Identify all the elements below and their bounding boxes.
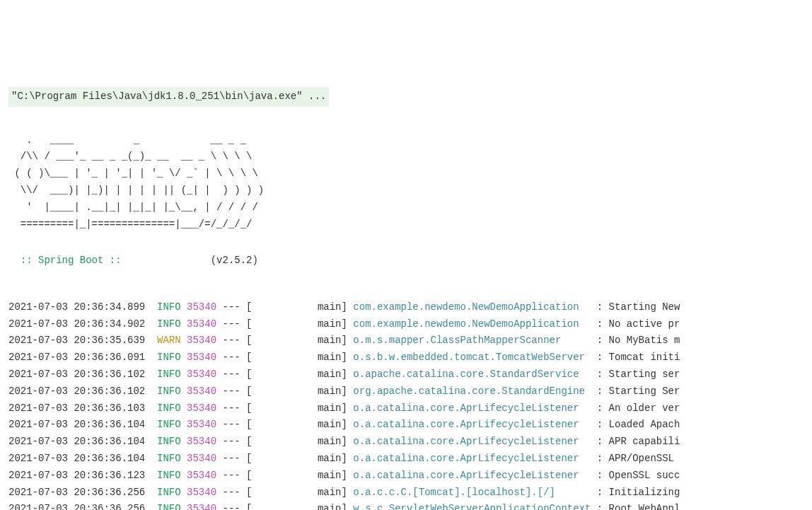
log-message: APR/OpenSSL xyxy=(609,453,680,464)
banner-line: /\\ / ___'_ __ _ _(_)_ __ __ _ \ \ \ \ xyxy=(8,151,252,162)
log-level: INFO xyxy=(157,503,181,510)
log-colon: : xyxy=(591,503,608,510)
spring-boot-version: (v2.5.2) xyxy=(211,255,258,266)
log-message: An older ver xyxy=(609,402,680,414)
log-separator: --- [ xyxy=(216,369,252,380)
log-message: Starting New xyxy=(609,301,680,313)
spring-boot-banner: . ____ _ __ _ _ /\\ / ___'_ __ _ _(_)_ _… xyxy=(8,132,812,233)
log-logger: com.example.newdemo.NewDemoApplication xyxy=(353,318,591,330)
log-line: 2021-07-03 20:36:36.102 INFO 35340 --- [… xyxy=(8,366,812,383)
log-timestamp: 2021-07-03 20:36:36.102 xyxy=(8,386,145,397)
log-logger: o.a.catalina.core.AprLifecycleListener xyxy=(353,436,591,447)
log-logger: o.apache.catalina.core.StandardService xyxy=(353,369,591,380)
log-thread: main] xyxy=(253,402,354,414)
log-separator: --- [ xyxy=(216,487,252,498)
log-colon: : xyxy=(591,318,608,330)
log-pid: 35340 xyxy=(187,470,216,481)
log-colon: : xyxy=(591,419,608,430)
log-logger: o.a.catalina.core.AprLifecycleListener xyxy=(353,402,591,414)
log-line: 2021-07-03 20:36:35.639 WARN 35340 --- [… xyxy=(8,332,812,349)
log-separator: --- [ xyxy=(216,335,252,346)
log-message: No active pr xyxy=(609,318,680,330)
log-thread: main] xyxy=(253,453,354,464)
log-timestamp: 2021-07-03 20:36:36.104 xyxy=(8,419,145,430)
log-level: INFO xyxy=(157,402,181,414)
spring-boot-version-line: :: Spring Boot :: (v2.5.2) xyxy=(8,253,812,270)
log-timestamp: 2021-07-03 20:36:36.104 xyxy=(8,436,145,447)
log-line: 2021-07-03 20:36:36.104 INFO 35340 --- [… xyxy=(8,434,812,451)
log-pid: 35340 xyxy=(187,402,216,414)
log-logger: o.m.s.mapper.ClassPathMapperScanner xyxy=(353,335,591,346)
log-message: Initializing xyxy=(609,487,680,498)
version-padding xyxy=(122,255,211,266)
console-output[interactable]: "C:\Program Files\Java\jdk1.8.0_251\bin\… xyxy=(0,67,812,510)
log-level: INFO xyxy=(157,453,181,464)
log-message: No MyBatis m xyxy=(609,335,680,346)
log-line: 2021-07-03 20:36:36.102 INFO 35340 --- [… xyxy=(8,383,812,400)
log-pid: 35340 xyxy=(187,453,216,464)
log-separator: --- [ xyxy=(216,301,252,313)
log-message: Starting Ser xyxy=(609,386,680,397)
log-timestamp: 2021-07-03 20:36:36.256 xyxy=(8,503,145,510)
log-colon: : xyxy=(591,352,608,363)
log-colon: : xyxy=(591,301,608,313)
log-message: OpenSSL succ xyxy=(609,470,680,481)
banner-line: ' |____| .__|_| |_|_| |_\__, | / / / / xyxy=(8,202,258,213)
log-pid: 35340 xyxy=(187,369,216,380)
log-separator: --- [ xyxy=(216,436,252,447)
log-level: INFO xyxy=(157,386,181,397)
log-thread: main] xyxy=(253,419,354,430)
log-thread: main] xyxy=(253,487,354,498)
log-pid: 35340 xyxy=(187,436,216,447)
log-line: 2021-07-03 20:36:36.123 INFO 35340 --- [… xyxy=(8,468,812,485)
log-pid: 35340 xyxy=(187,352,216,363)
log-thread: main] xyxy=(253,301,354,313)
log-logger: o.a.catalina.core.AprLifecycleListener xyxy=(353,419,591,430)
log-logger: o.a.catalina.core.AprLifecycleListener xyxy=(353,453,591,464)
log-timestamp: 2021-07-03 20:36:36.103 xyxy=(8,402,145,414)
log-message: Tomcat initi xyxy=(609,352,680,363)
log-colon: : xyxy=(591,335,608,346)
log-pid: 35340 xyxy=(187,386,216,397)
log-thread: main] xyxy=(253,503,354,510)
log-logger: o.s.b.w.embedded.tomcat.TomcatWebServer xyxy=(353,352,591,363)
log-colon: : xyxy=(591,369,608,380)
log-level: INFO xyxy=(157,369,181,380)
log-level: INFO xyxy=(157,352,181,363)
log-separator: --- [ xyxy=(216,386,252,397)
log-line: 2021-07-03 20:36:36.256 INFO 35340 --- [… xyxy=(8,485,812,502)
log-level: INFO xyxy=(157,487,181,498)
log-line: 2021-07-03 20:36:34.899 INFO 35340 --- [… xyxy=(8,299,812,316)
log-line: 2021-07-03 20:36:36.256 INFO 35340 --- [… xyxy=(8,501,812,510)
log-pid: 35340 xyxy=(187,301,216,313)
log-timestamp: 2021-07-03 20:36:36.123 xyxy=(8,470,145,481)
log-pid: 35340 xyxy=(187,503,216,510)
log-message: Starting ser xyxy=(609,369,680,380)
log-level: WARN xyxy=(157,335,181,346)
log-level: INFO xyxy=(157,436,181,447)
log-thread: main] xyxy=(253,369,354,380)
log-separator: --- [ xyxy=(216,318,252,330)
log-logger: w.s.c.ServletWebServerApplicationContext xyxy=(353,503,591,510)
log-logger: o.a.c.c.C.[Tomcat].[localhost].[/] xyxy=(353,487,591,498)
log-thread: main] xyxy=(253,335,354,346)
log-thread: main] xyxy=(253,470,354,481)
log-separator: --- [ xyxy=(216,419,252,430)
log-line: 2021-07-03 20:36:36.104 INFO 35340 --- [… xyxy=(8,451,812,468)
banner-line: . ____ _ __ _ _ xyxy=(8,134,246,146)
log-colon: : xyxy=(591,386,608,397)
banner-line: ( ( )\___ | '_ | '_| | '_ \/ _` | \ \ \ … xyxy=(8,168,258,179)
log-colon: : xyxy=(591,470,608,481)
log-line: 2021-07-03 20:36:36.091 INFO 35340 --- [… xyxy=(8,349,812,366)
log-logger: o.a.catalina.core.AprLifecycleListener xyxy=(353,470,591,481)
log-message: Root WebAppl xyxy=(609,503,680,510)
log-thread: main] xyxy=(253,436,354,447)
log-level: INFO xyxy=(157,470,181,481)
log-pid: 35340 xyxy=(187,318,216,330)
log-timestamp: 2021-07-03 20:36:36.256 xyxy=(8,487,145,498)
log-message: Loaded Apach xyxy=(609,419,680,430)
log-colon: : xyxy=(591,436,608,447)
log-separator: --- [ xyxy=(216,470,252,481)
log-thread: main] xyxy=(253,386,354,397)
log-line: 2021-07-03 20:36:34.902 INFO 35340 --- [… xyxy=(8,316,812,333)
